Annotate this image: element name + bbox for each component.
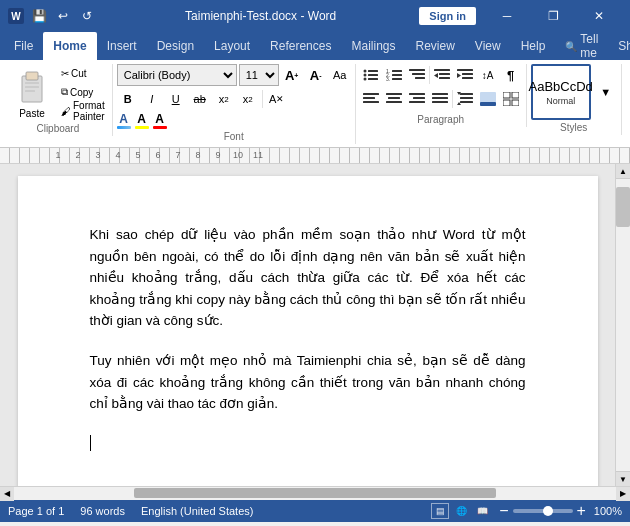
svg-rect-30 — [363, 101, 379, 103]
para-sep2 — [452, 90, 453, 108]
highlight-icon: A — [137, 112, 146, 126]
svg-rect-50 — [512, 100, 519, 106]
restore-button[interactable]: ❐ — [530, 0, 576, 32]
tab-share[interactable]: Share — [608, 32, 630, 60]
strikethrough-button[interactable]: ab — [189, 88, 211, 110]
multilevel-button[interactable] — [406, 64, 428, 86]
window-controls: ─ ❐ ✕ — [484, 0, 622, 32]
undo-button[interactable]: ↩ — [52, 5, 74, 27]
zoom-out-button[interactable]: − — [499, 503, 508, 519]
copy-button[interactable]: ⧉Copy — [58, 83, 108, 101]
font-row3: A A A — [117, 112, 351, 129]
zoom-in-button[interactable]: + — [577, 503, 586, 519]
svg-rect-26 — [462, 73, 473, 75]
normal-style-button[interactable]: AaBbCcDd Normal — [531, 64, 591, 120]
read-mode-button[interactable]: 📖 — [473, 503, 491, 519]
align-left-button[interactable] — [360, 88, 382, 110]
clipboard-content: Paste ✂Cut ⧉Copy 🖌Format Painter — [8, 64, 108, 121]
bold-button[interactable]: B — [117, 88, 139, 110]
scroll-thumb-vertical[interactable] — [616, 187, 630, 227]
scroll-up-button[interactable]: ▲ — [616, 164, 630, 179]
svg-rect-16 — [392, 78, 402, 80]
redo-button[interactable]: ↺ — [76, 5, 98, 27]
scroll-down-button[interactable]: ▼ — [616, 471, 630, 486]
numbering-button[interactable]: 1.2.3. — [383, 64, 405, 86]
tab-file[interactable]: File — [4, 32, 43, 60]
search-icon: 🔍 — [565, 41, 577, 52]
close-button[interactable]: ✕ — [576, 0, 622, 32]
styles-scroll-down[interactable]: ▼ — [595, 64, 617, 120]
horizontal-scrollbar[interactable]: ◀ ▶ — [0, 486, 630, 500]
shrink-font-button[interactable]: A- — [305, 64, 327, 86]
status-bar: Page 1 of 1 96 words English (United Sta… — [0, 500, 630, 522]
text-effects-button[interactable]: A — [117, 112, 131, 129]
zoom-slider[interactable] — [513, 509, 573, 513]
clear-formatting-button[interactable]: A✕ — [266, 88, 288, 110]
tab-review[interactable]: Review — [405, 32, 464, 60]
print-layout-button[interactable]: ▤ — [431, 503, 449, 519]
tab-tell-me[interactable]: 🔍Tell me — [555, 32, 608, 60]
bullets-button[interactable] — [360, 64, 382, 86]
italic-button[interactable]: I — [141, 88, 163, 110]
web-layout-button[interactable]: 🌐 — [452, 503, 470, 519]
decrease-indent-button[interactable] — [431, 64, 453, 86]
font-sep1 — [262, 90, 263, 108]
tab-home[interactable]: Home — [43, 32, 96, 60]
page: Khi sao chép dữ liệu vào phần mềm soạn t… — [18, 176, 598, 486]
filename-label: Taimienphi-Test.docx — [185, 9, 297, 23]
show-hide-button[interactable]: ¶ — [500, 64, 522, 86]
document-area-wrapper: Khi sao chép dữ liệu vào phần mềm soạn t… — [0, 164, 630, 486]
zoom-thumb[interactable] — [543, 506, 553, 516]
align-right-button[interactable] — [406, 88, 428, 110]
svg-rect-41 — [460, 97, 473, 99]
cut-button[interactable]: ✂Cut — [58, 64, 108, 82]
scroll-left-button[interactable]: ◀ — [0, 487, 14, 501]
save-button[interactable]: 💾 — [28, 5, 50, 27]
borders-button[interactable] — [500, 88, 522, 110]
tab-references[interactable]: References — [260, 32, 341, 60]
highlight-bar — [135, 126, 149, 129]
highlight-button[interactable]: A — [135, 112, 149, 129]
tab-view[interactable]: View — [465, 32, 511, 60]
tab-mailings[interactable]: Mailings — [341, 32, 405, 60]
justify-button[interactable] — [429, 88, 451, 110]
paragraph-group-label: Paragraph — [360, 114, 522, 125]
font-name-select[interactable]: Calibri (Body) — [117, 64, 237, 86]
line-spacing-button[interactable] — [454, 88, 476, 110]
tab-layout[interactable]: Layout — [204, 32, 260, 60]
tab-help[interactable]: Help — [511, 32, 556, 60]
format-painter-button[interactable]: 🖌Format Painter — [58, 102, 108, 120]
sort-button[interactable]: ↕A — [477, 64, 499, 86]
scroll-thumb-horizontal[interactable] — [134, 488, 495, 498]
font-color-button[interactable]: A — [153, 112, 167, 129]
cursor-line — [90, 433, 526, 453]
font-size-select[interactable]: 11 — [239, 64, 279, 86]
tab-design[interactable]: Design — [147, 32, 204, 60]
text-effects-icon: A — [119, 112, 128, 126]
tab-insert[interactable]: Insert — [97, 32, 147, 60]
svg-rect-32 — [388, 97, 400, 99]
increase-indent-button[interactable] — [454, 64, 476, 86]
align-center-button[interactable] — [383, 88, 405, 110]
vertical-scrollbar[interactable]: ▲ ▼ — [615, 164, 630, 486]
zoom-level-label: 100% — [594, 505, 622, 517]
editing-button[interactable]: A Editing — [626, 64, 630, 119]
minimize-button[interactable]: ─ — [484, 0, 530, 32]
paste-button[interactable]: Paste — [8, 64, 56, 121]
underline-button[interactable]: U — [165, 88, 187, 110]
sign-in-button[interactable]: Sign in — [419, 7, 476, 25]
grow-font-button[interactable]: A+ — [281, 64, 303, 86]
shading-button[interactable] — [477, 88, 499, 110]
svg-rect-10 — [368, 78, 378, 80]
subscript-button[interactable]: x2 — [213, 88, 235, 110]
svg-rect-39 — [432, 101, 448, 103]
change-case-button[interactable]: Aa — [329, 64, 351, 86]
superscript-button[interactable]: x2 — [237, 88, 259, 110]
svg-point-5 — [363, 70, 366, 73]
scroll-right-button[interactable]: ▶ — [616, 487, 630, 501]
para-row1: 1.2.3. ↕A ¶ — [360, 64, 522, 86]
document-scroll-area[interactable]: Khi sao chép dữ liệu vào phần mềm soạn t… — [0, 164, 615, 486]
document-content: Khi sao chép dữ liệu vào phần mềm soạn t… — [90, 224, 526, 453]
para-sep1 — [429, 66, 430, 84]
svg-text:3.: 3. — [386, 76, 390, 82]
